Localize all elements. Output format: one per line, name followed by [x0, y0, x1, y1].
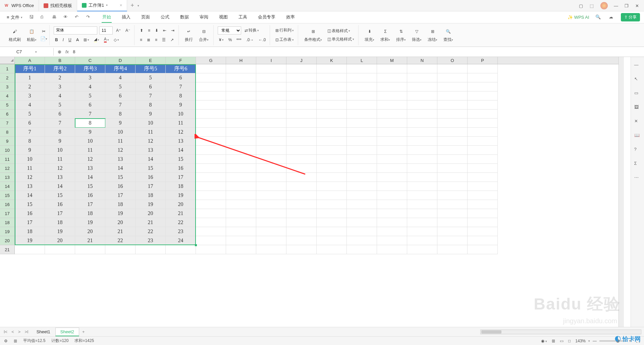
cell[interactable]: 12: [136, 137, 166, 146]
col-header[interactable]: G: [196, 57, 226, 64]
cell[interactable]: 6: [75, 100, 105, 110]
row-header[interactable]: 8: [0, 128, 14, 137]
cell[interactable]: 4: [15, 100, 45, 110]
inc-decimal-icon[interactable]: .0→: [245, 37, 255, 43]
cell[interactable]: [407, 137, 437, 146]
view-normal-icon[interactable]: ⊞: [552, 339, 555, 343]
merge-button[interactable]: ⊟合并▾: [197, 27, 211, 43]
cell[interactable]: [347, 164, 377, 173]
cell[interactable]: 6: [15, 119, 45, 128]
highlight-icon[interactable]: ◇▾: [112, 37, 120, 43]
cell[interactable]: [105, 245, 136, 254]
cell[interactable]: [347, 236, 377, 245]
menu-tab-开始[interactable]: 开始: [102, 12, 112, 23]
row-header[interactable]: 12: [0, 164, 14, 173]
font-color-icon[interactable]: A▾: [103, 36, 110, 43]
cell[interactable]: [377, 146, 407, 155]
cell[interactable]: 15: [105, 173, 136, 182]
cell[interactable]: 19: [75, 218, 105, 227]
cell[interactable]: [407, 91, 437, 100]
fullscreen-icon[interactable]: ⛶: [636, 339, 640, 343]
undo-icon[interactable]: ↶: [75, 14, 81, 20]
cell[interactable]: [226, 64, 256, 73]
cell[interactable]: [407, 128, 437, 137]
cell[interactable]: 1: [15, 73, 45, 82]
row-header[interactable]: 13: [0, 173, 14, 182]
menu-tab-视图[interactable]: 视图: [218, 12, 228, 23]
cell[interactable]: 13: [75, 164, 105, 173]
cell[interactable]: [256, 200, 286, 209]
cell[interactable]: [347, 173, 377, 182]
cell[interactable]: [286, 218, 317, 227]
cell[interactable]: 17: [15, 218, 45, 227]
close-tab-icon[interactable]: ×: [120, 3, 122, 8]
cell[interactable]: 5: [136, 73, 166, 82]
cell[interactable]: 7: [136, 91, 166, 100]
cell[interactable]: [437, 155, 468, 164]
cell[interactable]: [347, 200, 377, 209]
cell[interactable]: [437, 191, 468, 200]
cell[interactable]: [286, 191, 317, 200]
cell[interactable]: [317, 209, 347, 218]
side-tools-icon[interactable]: ✕: [634, 119, 641, 125]
cell[interactable]: [196, 100, 226, 110]
side-image-icon[interactable]: 🖼: [634, 105, 641, 111]
cell[interactable]: [317, 227, 347, 236]
cell[interactable]: 13: [166, 137, 196, 146]
cell[interactable]: [256, 73, 286, 82]
cell[interactable]: [377, 209, 407, 218]
cell[interactable]: 20: [75, 227, 105, 236]
sheet-prev-icon[interactable]: <: [10, 329, 15, 334]
col-header[interactable]: K: [317, 57, 347, 64]
cell[interactable]: 7: [15, 128, 45, 137]
cell[interactable]: [347, 119, 377, 128]
align-left-icon[interactable]: ≡: [139, 37, 144, 43]
cell[interactable]: [317, 64, 347, 73]
cell[interactable]: [468, 128, 498, 137]
cell[interactable]: 18: [166, 182, 196, 191]
cell[interactable]: [286, 182, 317, 191]
fill-button[interactable]: ⬇填充▾: [363, 27, 376, 43]
currency-icon[interactable]: ¥▾: [218, 37, 225, 43]
redo-icon[interactable]: ↷: [86, 14, 92, 20]
side-minus-icon[interactable]: —: [634, 62, 641, 69]
justify-icon[interactable]: ☰: [161, 37, 167, 43]
cut-icon[interactable]: ✂: [41, 28, 47, 34]
cell[interactable]: [437, 164, 468, 173]
formula-input[interactable]: 8: [73, 49, 75, 54]
cell[interactable]: [256, 110, 286, 119]
row-header[interactable]: 17: [0, 209, 14, 218]
cell[interactable]: [468, 200, 498, 209]
cell[interactable]: 4: [45, 91, 75, 100]
cond-format-button[interactable]: ⊞条件格式▾: [302, 27, 324, 43]
cell[interactable]: [377, 200, 407, 209]
cell[interactable]: [347, 227, 377, 236]
cell[interactable]: 8: [75, 119, 105, 128]
cell[interactable]: [196, 245, 226, 254]
col-header[interactable]: M: [377, 57, 407, 64]
cell[interactable]: [407, 191, 437, 200]
cell[interactable]: 21: [105, 227, 136, 236]
cell[interactable]: [407, 200, 437, 209]
cell[interactable]: [468, 182, 498, 191]
cell[interactable]: [286, 209, 317, 218]
cell[interactable]: 8: [166, 91, 196, 100]
cell[interactable]: [226, 82, 256, 91]
cell[interactable]: [196, 128, 226, 137]
cell[interactable]: [317, 182, 347, 191]
cell[interactable]: 11: [166, 119, 196, 128]
cell[interactable]: 18: [105, 200, 136, 209]
cell[interactable]: [468, 119, 498, 128]
cell[interactable]: [256, 164, 286, 173]
cell[interactable]: [226, 191, 256, 200]
cell[interactable]: 12: [166, 128, 196, 137]
cell[interactable]: [437, 64, 468, 73]
cell[interactable]: 4: [75, 82, 105, 91]
preview-icon[interactable]: 👁: [63, 14, 69, 20]
name-box[interactable]: C7▾: [0, 48, 54, 56]
wps-ai-button[interactable]: ✨ WPS AI: [568, 15, 589, 20]
bold-icon[interactable]: B: [54, 37, 59, 43]
row-header[interactable]: 2: [0, 73, 14, 82]
sheet-first-icon[interactable]: I<: [3, 329, 8, 334]
font-select[interactable]: [54, 26, 97, 34]
